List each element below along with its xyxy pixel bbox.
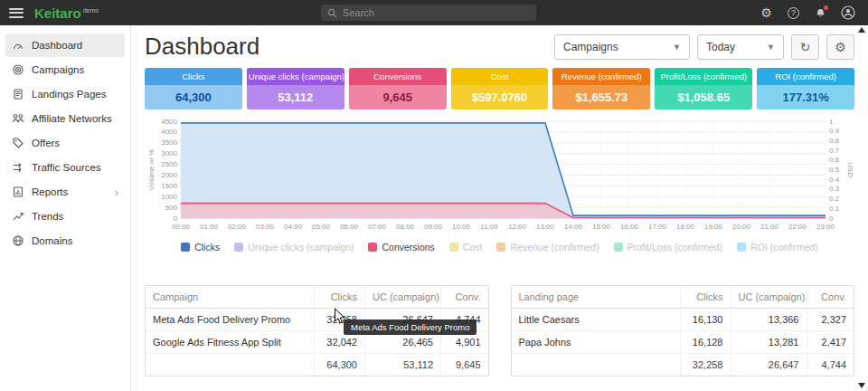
legend-item[interactable]: Cost: [449, 242, 483, 253]
main-content: Dashboard Campaigns ▼ Today ▼ ↻ ⚙ Clicks: [131, 25, 868, 391]
settings-gear-icon[interactable]: ⚙: [759, 5, 774, 21]
landing-pages-table: Landing page Clicks UC (campaign) Conv. …: [511, 285, 855, 377]
landing-page-name-cell[interactable]: Papa Johns: [512, 331, 681, 354]
legend-item[interactable]: Conversions: [368, 242, 434, 253]
scroll-down-arrow[interactable]: [858, 383, 865, 388]
svg-text:01:00: 01:00: [200, 223, 219, 231]
svg-text:05:00: 05:00: [312, 223, 331, 231]
metric-card-title: Clicks: [145, 68, 242, 85]
landing-pages-table-header: Landing page Clicks UC (campaign) Conv.: [512, 286, 854, 309]
totals-cell: 26,647: [731, 354, 807, 377]
sidebar-item-traffic-sources[interactable]: Traffic Sources: [5, 156, 125, 179]
legend-item[interactable]: Revenue (confirmed): [496, 242, 599, 253]
dashboard-settings-button[interactable]: ⚙: [826, 34, 854, 60]
landing-page-row[interactable]: Little Caesars 16,130 13,366 2,327: [512, 309, 854, 331]
search-input[interactable]: [343, 7, 530, 18]
traffic-chart-svg: 05001000150020002500300035004000450000.1…: [145, 115, 854, 233]
svg-text:14:00: 14:00: [564, 223, 583, 231]
svg-text:0: 0: [174, 215, 178, 223]
metric-card[interactable]: Clicks 64,300: [145, 68, 242, 110]
column-header[interactable]: Landing page: [512, 286, 681, 309]
legend-item[interactable]: Profit/Loss (confirmed): [614, 242, 723, 253]
scroll-up-arrow[interactable]: [858, 27, 865, 33]
topbar-icons: ⚙ ?: [759, 5, 855, 21]
sidebar-label: Trends: [32, 211, 63, 222]
column-header[interactable]: Clicks: [315, 286, 365, 309]
conv-cell: 2,327: [807, 309, 854, 331]
metric-card[interactable]: Revenue (confirmed) $1,655.73: [552, 68, 650, 110]
metric-card-title: Cost: [451, 68, 549, 85]
svg-text:3500: 3500: [161, 138, 177, 147]
column-header[interactable]: Campaign: [146, 286, 315, 309]
help-icon[interactable]: ?: [786, 5, 801, 21]
conv-cell: 2,417: [807, 331, 854, 354]
notifications-bell-icon[interactable]: [813, 5, 828, 21]
legend-item[interactable]: Unique clicks (campaign): [234, 242, 354, 253]
topbar: Keitarodemo ⚙ ?: [0, 0, 868, 25]
sidebar-item-dashboard[interactable]: Dashboard: [5, 33, 125, 57]
svg-text:08:00: 08:00: [396, 223, 415, 231]
legend-item[interactable]: Clicks: [181, 242, 220, 253]
search-box[interactable]: [321, 5, 536, 21]
metric-cards: Clicks 64,300 Unique clicks (campaign) 5…: [145, 68, 854, 110]
svg-text:0.1: 0.1: [829, 205, 840, 213]
sidebar-label: Dashboard: [32, 40, 82, 51]
landing-page-name-cell[interactable]: Little Caesars: [512, 309, 681, 331]
sidebar-item-campaigns[interactable]: Campaigns: [5, 58, 125, 81]
column-header[interactable]: UC (campaign): [731, 286, 807, 309]
user-avatar-icon[interactable]: [840, 5, 855, 21]
campaign-name-cell[interactable]: Google Ads Fitness App Split: [146, 331, 315, 354]
legend-label: Unique clicks (campaign): [248, 242, 354, 253]
clicks-cell: 16,130: [680, 309, 731, 331]
legend-item[interactable]: ROI (confirmed): [737, 242, 818, 253]
metric-card-title: Conversions: [349, 68, 447, 85]
sidebar-label: Campaigns: [32, 64, 84, 75]
column-header[interactable]: Conv.: [807, 286, 854, 309]
svg-text:19:00: 19:00: [704, 223, 723, 231]
sidebar-item-domains[interactable]: Domains: [5, 229, 125, 253]
campaign-name-cell[interactable]: Meta Ads Food Delivery Promo: [146, 309, 315, 331]
sidebar-item-trends[interactable]: Trends: [5, 205, 125, 228]
arrows-icon: [12, 161, 24, 174]
column-header[interactable]: Conv.: [441, 286, 488, 309]
metric-card-title: Profit/Loss (confirmed): [655, 68, 752, 85]
metric-card[interactable]: Cost $597.0760: [451, 68, 549, 110]
svg-text:21:00: 21:00: [760, 223, 779, 231]
document-icon: [12, 88, 24, 100]
column-header[interactable]: UC (campaign): [365, 286, 441, 309]
date-range-value: Today: [706, 41, 735, 53]
sidebar-label: Traffic Sources: [32, 162, 101, 173]
svg-text:USD: USD: [846, 162, 854, 177]
legend-swatch: [368, 243, 377, 252]
refresh-button[interactable]: ↻: [791, 34, 819, 60]
metric-card[interactable]: Unique clicks (campaign) 53,112: [247, 68, 344, 110]
dashboard-filters: Campaigns ▼ Today ▼ ↻ ⚙: [554, 34, 854, 60]
svg-text:0.5: 0.5: [829, 166, 840, 174]
svg-text:0.3: 0.3: [829, 185, 840, 193]
sidebar-item-affiliate-networks[interactable]: Affiliate Networks: [5, 107, 125, 130]
date-range-select[interactable]: Today ▼: [697, 34, 784, 60]
metric-card[interactable]: Profit/Loss (confirmed) $1,058.65: [655, 68, 752, 110]
notification-badge: [824, 5, 828, 10]
metric-card[interactable]: ROI (confirmed) 177.31%: [757, 68, 854, 110]
svg-text:02:00: 02:00: [228, 223, 247, 231]
sidebar-item-reports[interactable]: Reports ›: [5, 180, 125, 204]
sidebar-item-landings-pages[interactable]: Landings Pages: [5, 82, 125, 106]
sidebar-item-offers[interactable]: Offers: [5, 131, 125, 155]
metric-card[interactable]: Conversions 9,645: [349, 68, 447, 110]
campaigns-filter-select[interactable]: Campaigns ▼: [554, 34, 690, 60]
svg-text:16:00: 16:00: [620, 223, 639, 231]
column-header[interactable]: Clicks: [680, 286, 731, 309]
legend-swatch: [496, 243, 505, 252]
svg-text:13:00: 13:00: [536, 223, 555, 231]
landing-page-row[interactable]: Papa Johns 16,128 13,281 2,417: [512, 331, 854, 354]
svg-text:15:00: 15:00: [592, 223, 611, 231]
svg-text:07:00: 07:00: [368, 223, 387, 231]
svg-text:0.9: 0.9: [829, 127, 840, 135]
logo[interactable]: Keitarodemo: [34, 5, 99, 21]
totals-cell: [146, 354, 315, 377]
legend-swatch: [737, 243, 746, 252]
hamburger-menu-icon[interactable]: [9, 8, 24, 18]
totals-cell: 32,258: [680, 354, 731, 377]
legend-label: ROI (confirmed): [750, 242, 818, 253]
